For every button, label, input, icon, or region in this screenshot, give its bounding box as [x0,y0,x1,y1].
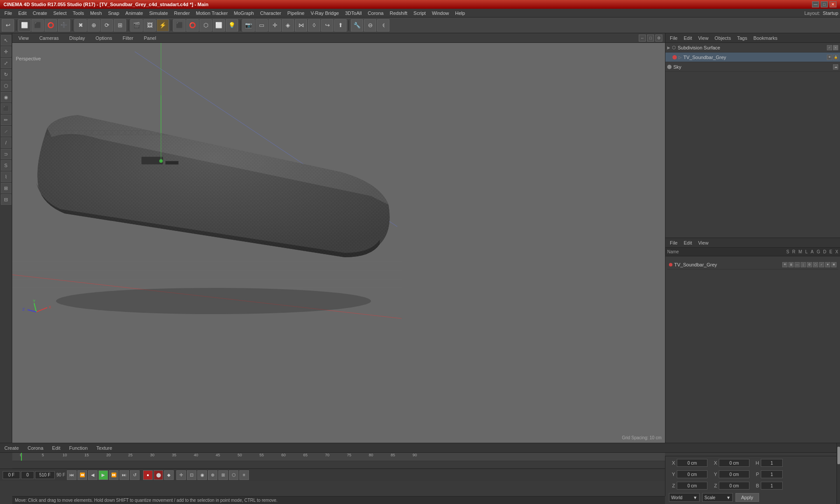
viewport-tab-display[interactable]: Display [66,35,88,42]
go-end-button[interactable]: ⏭ [119,470,129,480]
sidebar-tool6[interactable]: / [1,137,11,148]
menu-select[interactable]: Select [51,10,70,17]
om-tab-file[interactable]: File [667,35,680,42]
coord-h-input[interactable] [761,459,783,467]
viewport-canvas[interactable]: X Y Z Perspective Grid Spacing: 10 cm [12,43,665,443]
timeline-settings-2[interactable]: ⊡ [187,470,196,480]
menu-corona[interactable]: Corona [365,10,386,17]
menu-render[interactable]: Render [172,10,192,17]
maximize-button[interactable]: □ [821,1,828,7]
render-button[interactable]: ⚡ [157,19,169,32]
am-icon-4[interactable]: | [801,262,806,267]
next-frame-button[interactable]: ⏩ [109,470,119,480]
om-row-sky[interactable]: Sky ☁ [665,62,840,72]
play-forward-button[interactable]: ▶ [98,470,108,480]
sidebar-tool11[interactable]: ⊟ [1,194,11,205]
om-sky-icon[interactable]: ☁ [833,64,838,70]
menu-edit[interactable]: Edit [16,10,29,17]
plane-button[interactable]: ⬜ [213,19,225,32]
om-tab-bookmarks[interactable]: Bookmarks [751,35,780,42]
menu-tools[interactable]: Tools [70,10,87,17]
coord-b-input[interactable] [761,482,783,490]
cylinder-button[interactable]: ⬡ [200,19,212,32]
viewport-maximize-icon[interactable]: □ [647,35,654,42]
coord-y-input[interactable] [677,470,707,478]
viewport-tab-options[interactable]: Options [92,35,116,42]
frame-current-input[interactable] [21,471,34,479]
sidebar-tool3[interactable]: ⬛ [1,103,11,114]
sidebar-move[interactable]: ✛ [1,46,11,57]
menu-mograph[interactable]: MoGraph [231,10,257,17]
menu-character[interactable]: Character [257,10,284,17]
close-button[interactable]: ✕ [830,1,836,7]
am-icon-3[interactable]: — [794,262,800,267]
prev-frame-button[interactable]: ⏪ [77,470,87,480]
menu-simulate[interactable]: Simulate [147,10,171,17]
om-row-subdivision[interactable]: ▶ ⬡ Subdivision Surface ✓ • [665,43,840,52]
timeline-settings-4[interactable]: ⊕ [208,470,217,480]
scale-dropdown[interactable]: Scale ▼ [702,493,733,502]
menu-snap[interactable]: Snap [105,10,122,17]
am-row-soundbar[interactable]: TV_Soundbar_Grey 👁 🖥 — | ⚙ ⬡ ✓ ▼ ✖ [667,260,838,270]
viewport-tab-cameras[interactable]: Cameras [36,35,63,42]
sidebar-tool10[interactable]: ⊞ [1,183,11,193]
rotate-tool-button[interactable]: ⟳ [101,19,113,32]
om-dot-icon[interactable]: • [833,45,838,50]
om-eye-icon[interactable]: 👁 [827,55,832,60]
am-icon-7[interactable]: ✓ [819,262,824,267]
am-icon-1[interactable]: 👁 [782,262,788,267]
right-edge-tab[interactable] [837,447,840,464]
am-icon-5[interactable]: ⚙ [807,262,812,267]
light-button[interactable]: 💡 [226,19,238,32]
timeline-settings-7[interactable]: ≡ [239,470,249,480]
coord-p-input[interactable] [761,470,783,478]
render-view-button[interactable]: 🖼 [144,19,156,32]
auto-key-button[interactable]: ⬤ [154,470,163,480]
timeline-settings-6[interactable]: ⬡ [229,470,238,480]
minimize-button[interactable]: — [812,1,819,7]
sidebar-tool2[interactable]: ◉ [1,92,11,102]
om-lock-icon[interactable]: 🔒 [833,55,838,60]
timeline-settings-1[interactable]: ✛ [176,470,186,480]
tl-tab-corona[interactable]: Corona [25,444,46,452]
sidebar-tool9[interactable]: ⌇ [1,172,11,182]
loop-button[interactable]: ↺ [130,470,140,480]
timeline-settings-3[interactable]: ◉ [197,470,207,480]
world-dropdown[interactable]: World ▼ [669,493,700,502]
scale-tool-button[interactable]: ⊕ [88,19,100,32]
loft-button[interactable]: ◊ [308,19,320,32]
menu-window[interactable]: Window [429,10,452,17]
menu-3dtoall[interactable]: 3DToAll [343,10,364,17]
go-start-button[interactable]: ⏮ [67,470,77,480]
am-tab-view[interactable]: View [696,239,711,246]
undo-button[interactable]: ↩ [2,19,14,32]
sidebar-select[interactable]: ↖ [1,35,11,46]
points-mode-button[interactable]: ⬛ [32,19,44,32]
om-tab-tags[interactable]: Tags [735,35,750,42]
coord-x-input[interactable] [677,459,707,467]
subdiv-button[interactable]: ◈ [282,19,294,32]
camera-button[interactable]: 📷 [242,19,255,32]
coord-z-input[interactable] [677,482,707,490]
om-row-soundbar[interactable]: ▷ TV_Soundbar_Grey 👁 🔒 [665,52,840,62]
menu-vraybridge[interactable]: V-Ray Bridge [308,10,342,17]
frame-end-input[interactable] [35,471,55,479]
viewport-options-icon[interactable]: ⚙ [655,35,662,42]
move-tool-button[interactable]: ✖ [74,19,87,32]
menu-help[interactable]: Help [452,10,468,17]
om-tab-edit[interactable]: Edit [681,35,695,42]
sym-button[interactable]: ⊖ [364,19,376,32]
tl-tab-edit[interactable]: Edit [49,444,63,452]
null-button[interactable]: ✛ [269,19,281,32]
extrude-button[interactable]: ⬆ [334,19,346,32]
viewport-tab-panel[interactable]: Panel [140,35,160,42]
am-icon-8[interactable]: ▼ [825,262,830,267]
record-button[interactable]: ● [143,470,153,480]
sidebar-rotate[interactable]: ↻ [1,69,11,80]
sidebar-tool7[interactable]: ⊃ [1,149,11,159]
menu-script[interactable]: Script [411,10,428,17]
menu-animate[interactable]: Animate [123,10,146,17]
coord-sx-input[interactable] [719,459,749,467]
om-check-icon[interactable]: ✓ [827,45,832,50]
coord-sz-input[interactable] [719,482,749,490]
